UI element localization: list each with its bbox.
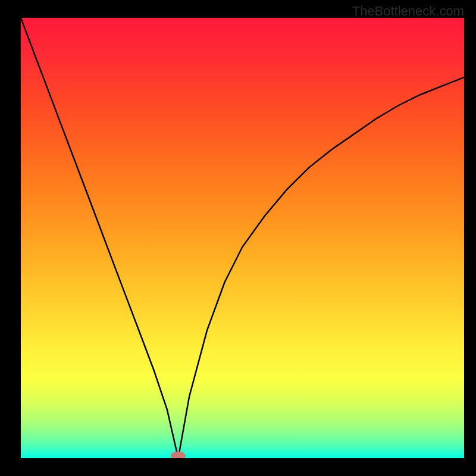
bottleneck-curve: [21, 18, 464, 458]
chart-svg: [21, 18, 464, 458]
minimum-marker: [171, 452, 186, 458]
watermark-text: TheBottleneck.com: [352, 4, 464, 19]
chart-plot-area: [21, 18, 464, 458]
